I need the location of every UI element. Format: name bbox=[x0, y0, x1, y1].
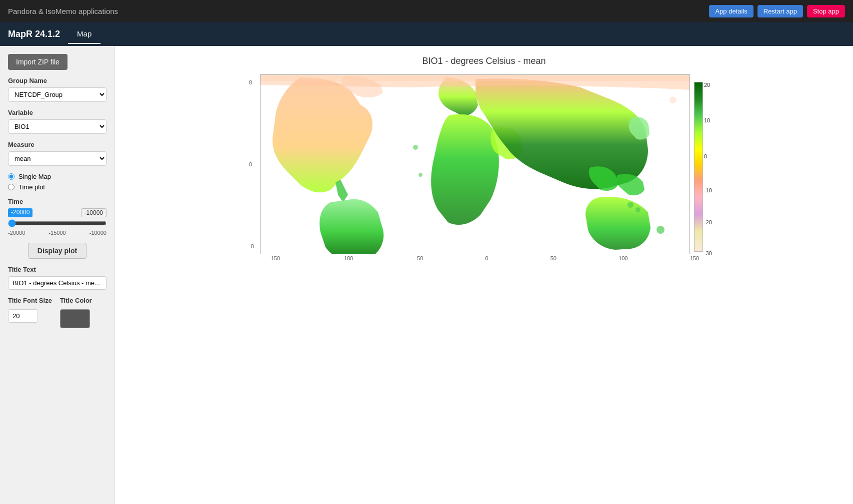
legend-gradient bbox=[694, 82, 703, 252]
title-text-label: Title Text bbox=[8, 266, 106, 273]
x-label-0: 0 bbox=[485, 255, 488, 261]
measure-select[interactable]: mean bbox=[8, 151, 106, 166]
time-section: Time -20000 -10000 -20000 -15000 -10000 bbox=[8, 198, 106, 236]
measure-label: Measure bbox=[8, 141, 106, 148]
variable-select[interactable]: BIO1 bbox=[8, 119, 106, 134]
x-label-50: 50 bbox=[550, 255, 556, 261]
chart-title: BIO1 - degrees Celsius - mean bbox=[422, 56, 546, 66]
map-wrapper: 8 0 -8 bbox=[249, 74, 719, 254]
time-slider[interactable] bbox=[8, 219, 106, 227]
legend: 20 10 0 -10 -20 -30 bbox=[694, 77, 719, 252]
tab-map[interactable]: Map bbox=[68, 24, 100, 44]
svg-point-6 bbox=[418, 173, 422, 177]
group-name-section: Group Name NETCDF_Group bbox=[8, 77, 106, 102]
restart-app-button[interactable]: Restart app bbox=[758, 5, 803, 17]
measure-section: Measure mean bbox=[8, 141, 106, 166]
x-label-neg100: -100 bbox=[342, 255, 353, 261]
sidebar: Import ZIP file Group Name NETCDF_Group … bbox=[0, 46, 115, 504]
legend-tick-0: 0 bbox=[704, 153, 707, 159]
y-axis-label-bot: -8 bbox=[249, 243, 254, 249]
app-details-button[interactable]: App details bbox=[709, 5, 753, 17]
time-plot-radio[interactable] bbox=[8, 184, 14, 190]
top-bar: Pandora & IsoMemo applications App detai… bbox=[0, 0, 853, 22]
map-type-radio-group: Single Map Time plot bbox=[8, 173, 106, 191]
title-color-label: Title Color bbox=[60, 297, 92, 304]
map-frame bbox=[260, 74, 690, 254]
main-layout: Import ZIP file Group Name NETCDF_Group … bbox=[0, 46, 853, 504]
title-text-input[interactable] bbox=[8, 276, 106, 290]
legend-tick-10: 10 bbox=[704, 117, 710, 123]
x-label-neg150: -150 bbox=[269, 255, 280, 261]
sub-nav: MapR 24.1.2 Map bbox=[0, 22, 853, 46]
time-right-badge: -10000 bbox=[81, 208, 106, 217]
svg-point-5 bbox=[413, 145, 418, 150]
group-name-select[interactable]: NETCDF_Group bbox=[8, 87, 106, 102]
y-axis-label-mid: 0 bbox=[249, 161, 254, 167]
title-font-size-group: Title Font Size bbox=[8, 297, 52, 323]
variable-section: Variable BIO1 bbox=[8, 109, 106, 134]
title-color-swatch[interactable] bbox=[60, 309, 90, 328]
svg-point-4 bbox=[656, 226, 664, 234]
display-plot-button[interactable]: Display plot bbox=[28, 243, 86, 259]
svg-point-2 bbox=[628, 202, 634, 208]
legend-tick-neg20: -20 bbox=[704, 219, 712, 225]
svg-point-7 bbox=[670, 96, 676, 103]
legend-tick-20: 20 bbox=[704, 82, 710, 88]
single-map-label: Single Map bbox=[18, 173, 51, 180]
y-axis-label-top: 8 bbox=[249, 79, 254, 85]
single-map-radio-label[interactable]: Single Map bbox=[8, 173, 106, 180]
time-plot-label: Time plot bbox=[18, 183, 45, 191]
legend-gradient-container bbox=[694, 82, 703, 252]
time-left-badge: -20000 bbox=[8, 208, 32, 217]
stop-app-button[interactable]: Stop app bbox=[807, 5, 845, 17]
x-axis-labels: -150 -100 -50 0 50 100 150 bbox=[269, 255, 699, 261]
x-label-neg50: -50 bbox=[415, 255, 423, 261]
import-zip-button[interactable]: Import ZIP file bbox=[8, 54, 68, 70]
single-map-radio[interactable] bbox=[8, 173, 14, 180]
variable-label: Variable bbox=[8, 109, 106, 116]
legend-labels: 20 10 0 -10 -20 -30 bbox=[703, 82, 719, 252]
time-plot-radio-label[interactable]: Time plot bbox=[8, 183, 106, 191]
app-name: MapR 24.1.2 bbox=[8, 29, 60, 39]
main-content: BIO1 - degrees Celsius - mean 8 0 -8 bbox=[115, 46, 853, 504]
title-text-section: Title Text bbox=[8, 266, 106, 290]
title-font-size-input[interactable] bbox=[8, 309, 38, 323]
svg-point-3 bbox=[636, 207, 640, 212]
app-title: Pandora & IsoMemo applications bbox=[8, 7, 118, 15]
legend-tick-neg10: -10 bbox=[704, 187, 712, 193]
x-label-150: 150 bbox=[690, 255, 699, 261]
group-name-label: Group Name bbox=[8, 77, 106, 84]
font-color-row: Title Font Size Title Color bbox=[8, 297, 106, 328]
world-map-svg bbox=[260, 75, 690, 254]
map-type-section: Single Map Time plot bbox=[8, 173, 106, 191]
x-label-100: 100 bbox=[618, 255, 628, 261]
top-bar-actions: App details Restart app Stop app bbox=[709, 5, 845, 17]
time-label: Time bbox=[8, 198, 106, 205]
slider-tick-max: -10000 bbox=[90, 230, 106, 236]
slider-tick-min: -20000 bbox=[8, 230, 25, 236]
title-font-size-label: Title Font Size bbox=[8, 297, 52, 304]
title-color-group: Title Color bbox=[60, 297, 92, 328]
slider-tick-mid: -15000 bbox=[48, 230, 66, 236]
legend-tick-neg30: -30 bbox=[704, 250, 712, 256]
